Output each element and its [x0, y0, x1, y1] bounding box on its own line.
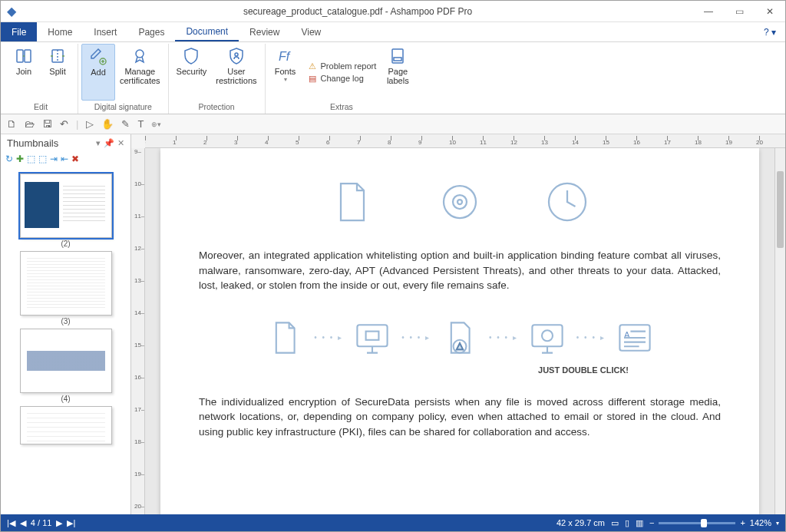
user-shield-icon — [227, 47, 246, 65]
add-signature-button[interactable]: Add — [81, 44, 115, 101]
fonts-icon: Ff — [276, 47, 295, 65]
zoom-out-button[interactable]: − — [649, 518, 654, 527]
title-bar: ◆ secureage_product_catalogue.pdf - Asha… — [1, 1, 785, 22]
zoom-level[interactable]: 142% — [750, 518, 771, 527]
qt-undo-icon[interactable]: ↶ — [60, 118, 68, 130]
svg-rect-8 — [394, 58, 401, 61]
window-title: secureage_product_catalogue.pdf - Ashamp… — [22, 6, 693, 17]
zoom-in-button[interactable]: + — [740, 518, 745, 527]
qt-pointer-icon[interactable]: ▷ — [86, 118, 94, 130]
certificate-icon — [130, 47, 149, 65]
user-restrictions-button[interactable]: User restrictions — [211, 44, 261, 101]
ribbon-group-signature: Add Manage certificates Digital signatur… — [78, 44, 169, 114]
fonts-button[interactable]: Ff Fonts ▾ — [269, 44, 302, 101]
thumb-tool3-icon[interactable]: ⬚ — [27, 154, 35, 164]
changelog-icon: ▤ — [307, 73, 318, 84]
svg-point-17 — [542, 330, 553, 341]
close-button[interactable]: ✕ — [755, 1, 785, 22]
zoom-dropdown-icon[interactable]: ▾ — [776, 520, 779, 527]
thumb-rotate-icon[interactable]: ↻ — [5, 154, 13, 164]
flow-monitor1-icon — [351, 316, 394, 359]
flow-lock-file-icon — [438, 316, 481, 359]
doc-paragraph-1: Moreover, an integrated application whit… — [199, 248, 721, 293]
minimize-button[interactable]: — — [693, 1, 724, 22]
svg-point-5 — [235, 53, 238, 56]
thumbnails-list[interactable]: (2) (3) (4) — [1, 167, 130, 514]
thumb-item[interactable]: (3) — [20, 251, 112, 325]
qt-open-icon[interactable]: 🗁 — [25, 118, 35, 130]
doc-paragraph-2: The individualized encryption of SecureD… — [199, 395, 721, 440]
join-button[interactable]: Join — [7, 44, 41, 101]
thumb-item[interactable] — [20, 406, 112, 444]
thumb-item[interactable]: (4) — [20, 329, 112, 403]
thumbnails-panel: Thumbnails ▾ 📌 ✕ ↻ ✚ ⬚ ⬚ ⇥ ⇤ ✖ (2) (3) — [1, 134, 131, 514]
page-dimensions: 42 x 29.7 cm — [556, 518, 605, 527]
security-button[interactable]: Security — [172, 44, 212, 101]
page-indicator[interactable]: 4 / 11 — [31, 518, 52, 527]
help-button[interactable]: ? ▾ — [755, 22, 785, 41]
thumb-export-icon[interactable]: ⇤ — [61, 154, 68, 164]
tab-insert[interactable]: Insert — [83, 22, 127, 41]
ribbon: Join Split Edit Add Manage certificates … — [1, 42, 785, 114]
problem-report-button[interactable]: ⚠ Problem report — [307, 61, 377, 71]
clock-icon — [544, 179, 590, 225]
tab-view[interactable]: View — [290, 22, 332, 41]
disk-icon — [437, 179, 483, 225]
pdf-page: Moreover, an integrated application whit… — [160, 148, 759, 514]
ribbon-group-protection: Security User restrictions Protection — [169, 44, 266, 114]
nav-next-icon[interactable]: ▶ — [56, 518, 62, 528]
tab-home[interactable]: Home — [37, 22, 83, 41]
svg-rect-13 — [358, 325, 388, 346]
change-log-button[interactable]: ▤ Change log — [307, 73, 377, 84]
qt-more-icon[interactable]: ⊕▾ — [151, 121, 161, 128]
tab-file[interactable]: File — [1, 22, 37, 41]
thumbnails-header: Thumbnails ▾ 📌 ✕ — [1, 134, 130, 152]
view-mode-1-icon[interactable]: ▭ — [611, 518, 619, 528]
thumbnails-toolbar: ↻ ✚ ⬚ ⬚ ⇥ ⇤ ✖ — [1, 152, 130, 167]
qt-hand-icon[interactable]: ✋ — [101, 118, 114, 130]
maximize-button[interactable]: ▭ — [724, 1, 755, 22]
main-area: Thumbnails ▾ 📌 ✕ ↻ ✚ ⬚ ⬚ ⇥ ⇤ ✖ (2) (3) — [1, 134, 785, 514]
nav-first-icon[interactable]: |◀ — [7, 518, 15, 528]
tab-pages[interactable]: Pages — [127, 22, 175, 41]
qt-edit-icon[interactable]: ✎ — [121, 118, 130, 130]
qt-new-icon[interactable]: 🗋 — [7, 118, 17, 130]
page-viewport[interactable]: Moreover, an integrated application whit… — [145, 148, 774, 514]
view-mode-2-icon[interactable]: ▯ — [625, 518, 629, 528]
thumbs-menu-icon[interactable]: ▾ — [96, 138, 101, 148]
ribbon-group-extras: Ff Fonts ▾ ⚠ Problem report ▤ Change log… — [266, 44, 418, 114]
tab-review[interactable]: Review — [239, 22, 290, 41]
qt-text-icon[interactable]: T — [137, 118, 144, 130]
zoom-controls: − + 142% ▾ — [649, 518, 779, 527]
view-mode-3-icon[interactable]: ▥ — [636, 518, 643, 528]
thumbs-pin-icon[interactable]: 📌 — [104, 138, 114, 148]
split-button[interactable]: Split — [41, 44, 74, 101]
svg-rect-0 — [17, 50, 23, 62]
nav-last-icon[interactable]: ▶| — [67, 518, 75, 528]
join-icon — [15, 47, 33, 65]
page-nav: |◀ ◀ 4 / 11 ▶ ▶| — [7, 518, 75, 528]
qt-save-icon[interactable]: 🖫 — [42, 118, 52, 130]
svg-point-4 — [136, 50, 144, 58]
doc-icon-row-1 — [199, 179, 721, 225]
app-icon: ◆ — [1, 4, 22, 18]
thumb-delete-icon[interactable]: ✖ — [71, 154, 79, 164]
svg-point-10 — [453, 195, 467, 209]
thumb-item[interactable]: (2) — [20, 173, 112, 248]
zoom-slider[interactable] — [659, 522, 735, 524]
manage-certificates-button[interactable]: Manage certificates — [115, 44, 165, 101]
thumbs-close-icon[interactable]: ✕ — [117, 138, 124, 148]
vertical-scrollbar[interactable] — [774, 148, 785, 514]
page-labels-button[interactable]: Page labels — [381, 44, 414, 101]
shield-icon — [182, 47, 200, 65]
tab-document[interactable]: Document — [175, 22, 239, 41]
thumb-add-icon[interactable]: ✚ — [16, 154, 24, 164]
status-bar: |◀ ◀ 4 / 11 ▶ ▶| 42 x 29.7 cm ▭ ▯ ▥ − + … — [1, 514, 785, 531]
warning-icon: ⚠ — [307, 61, 318, 71]
svg-rect-16 — [532, 325, 562, 346]
thumb-tool4-icon[interactable]: ⬚ — [38, 154, 47, 164]
flow-document-icon: A — [613, 316, 656, 359]
ribbon-group-edit: Join Split Edit — [4, 44, 78, 114]
nav-prev-icon[interactable]: ◀ — [20, 518, 26, 528]
thumb-import-icon[interactable]: ⇥ — [50, 154, 58, 164]
